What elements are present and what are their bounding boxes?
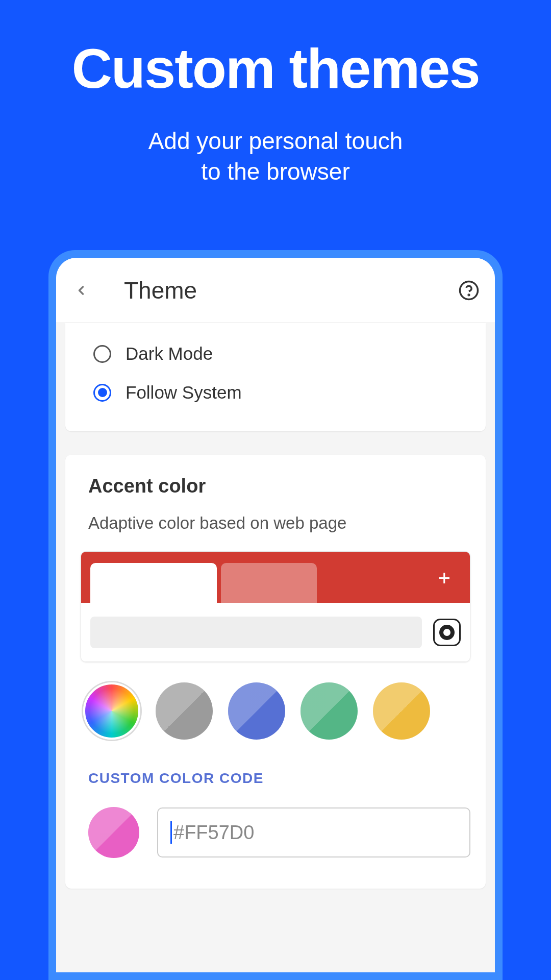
radio-dark-mode[interactable]: Dark Mode xyxy=(93,334,470,373)
swatch-gray[interactable] xyxy=(156,682,213,740)
address-row xyxy=(81,603,470,662)
radio-label: Follow System xyxy=(126,382,242,403)
phone-frame: Theme Dark Mode Follow System xyxy=(48,250,503,980)
radio-icon xyxy=(93,384,111,402)
accent-color-card: Accent color Adaptive color based on web… xyxy=(65,455,486,889)
page-title: Theme xyxy=(124,277,197,304)
radio-label: Dark Mode xyxy=(126,344,213,364)
swatch-green[interactable] xyxy=(300,682,358,740)
back-icon[interactable] xyxy=(74,283,88,298)
radio-icon xyxy=(93,345,111,363)
vivaldi-icon[interactable] xyxy=(433,619,461,646)
tab-active[interactable] xyxy=(90,563,217,603)
custom-color-row: #FF57D0 xyxy=(81,807,470,858)
accent-description: Adaptive color based on web page xyxy=(81,513,470,533)
text-cursor xyxy=(170,821,172,844)
hero-subtitle: Add your personal touch to the browser xyxy=(0,126,551,187)
swatch-yellow[interactable] xyxy=(373,682,430,740)
address-bar[interactable] xyxy=(90,617,422,648)
custom-swatch[interactable] xyxy=(88,807,139,858)
phone-screen: Theme Dark Mode Follow System xyxy=(56,258,495,972)
swatch-blue[interactable] xyxy=(228,682,285,740)
hero-title: Custom themes xyxy=(0,36,551,101)
tab-inactive[interactable] xyxy=(221,563,317,603)
custom-color-label: CUSTOM COLOR CODE xyxy=(81,770,470,787)
color-swatches xyxy=(81,682,470,740)
hex-input[interactable]: #FF57D0 xyxy=(157,807,470,857)
accent-title: Accent color xyxy=(81,475,470,497)
browser-preview: + xyxy=(81,551,470,662)
swatch-adaptive[interactable] xyxy=(83,682,140,740)
app-header: Theme xyxy=(56,258,495,323)
tab-bar: + xyxy=(81,552,470,603)
help-icon[interactable] xyxy=(458,280,480,301)
radio-follow-system[interactable]: Follow System xyxy=(93,373,470,412)
svg-point-1 xyxy=(468,294,469,295)
new-tab-button[interactable]: + xyxy=(438,566,450,591)
appearance-card: Dark Mode Follow System xyxy=(65,323,486,431)
